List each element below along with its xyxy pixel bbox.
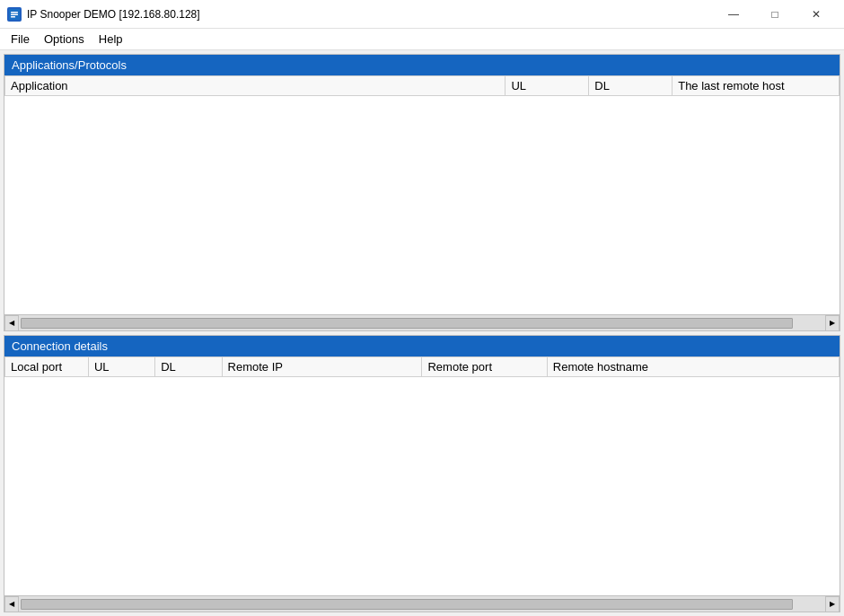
- applications-scroll-right[interactable]: ▶: [825, 315, 840, 331]
- svg-rect-2: [11, 13, 18, 15]
- applications-scroll-left[interactable]: ◀: [4, 315, 19, 331]
- applications-scrollbar[interactable]: ◀ ▶: [4, 314, 840, 330]
- col-dl: DL: [589, 76, 673, 96]
- menu-options[interactable]: Options: [37, 31, 92, 48]
- app-icon: [7, 7, 22, 22]
- connection-table-header: Local port UL DL Remote IP Remote port R…: [5, 357, 840, 377]
- applications-table: Application UL DL The last remote host: [4, 75, 840, 96]
- connection-scroll-track[interactable]: [21, 599, 823, 610]
- applications-scroll-thumb[interactable]: [21, 318, 793, 329]
- main-content: Applications/Protocols Application UL DL…: [0, 50, 844, 616]
- applications-table-header: Application UL DL The last remote host: [5, 76, 840, 96]
- applications-panel: Applications/Protocols Application UL DL…: [4, 54, 840, 331]
- menu-file[interactable]: File: [4, 31, 37, 48]
- close-button[interactable]: ✕: [796, 0, 837, 29]
- window-title: IP Snooper DEMO [192.168.80.128]: [27, 8, 200, 21]
- col-ul: UL: [506, 76, 589, 96]
- minimize-button[interactable]: —: [713, 0, 754, 29]
- col-remote-ip: Remote IP: [222, 357, 422, 377]
- col-dl: DL: [155, 357, 222, 377]
- connection-scroll-left[interactable]: ◀: [4, 596, 19, 612]
- col-last-remote-host: The last remote host: [673, 76, 840, 96]
- col-local-port: Local port: [5, 357, 89, 377]
- maximize-button[interactable]: □: [754, 0, 796, 29]
- menu-help[interactable]: Help: [92, 31, 130, 48]
- connection-scroll-right[interactable]: ▶: [825, 596, 840, 612]
- menubar: File Options Help: [0, 29, 844, 50]
- connection-scrollbar[interactable]: ◀ ▶: [4, 595, 840, 612]
- connection-panel: Connection details Local port UL DL: [4, 335, 840, 612]
- applications-scroll-track[interactable]: [21, 318, 823, 329]
- applications-panel-header: Applications/Protocols: [4, 55, 840, 75]
- connection-table-content: Local port UL DL Remote IP Remote port R…: [4, 356, 840, 595]
- svg-rect-3: [11, 16, 15, 18]
- titlebar: IP Snooper DEMO [192.168.80.128] — □ ✕: [0, 0, 844, 29]
- connection-table: Local port UL DL Remote IP Remote port R…: [4, 356, 840, 377]
- connection-panel-header: Connection details: [4, 336, 840, 356]
- titlebar-controls: — □ ✕: [713, 0, 837, 29]
- svg-rect-1: [11, 12, 18, 13]
- col-application: Application: [5, 76, 506, 96]
- col-remote-port: Remote port: [422, 357, 547, 377]
- col-remote-hostname: Remote hostname: [547, 357, 839, 377]
- titlebar-left: IP Snooper DEMO [192.168.80.128]: [7, 7, 200, 22]
- applications-table-content: Application UL DL The last remote host: [4, 75, 840, 314]
- col-ul: UL: [88, 357, 154, 377]
- connection-scroll-thumb[interactable]: [21, 599, 793, 610]
